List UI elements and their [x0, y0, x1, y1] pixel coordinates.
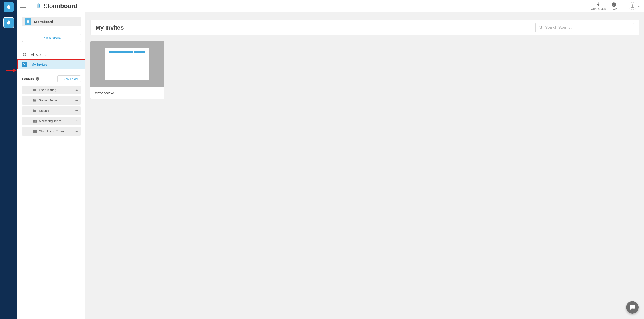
storm-card-title: Retrospective	[90, 87, 164, 99]
folder-name: User Testing	[39, 88, 72, 92]
search-input[interactable]	[545, 25, 631, 30]
whats-new-button[interactable]: WHAT'S NEW	[591, 2, 606, 10]
annotation-arrow	[6, 69, 16, 72]
plus-icon: +	[60, 77, 62, 81]
storm-thumbnail	[90, 41, 164, 87]
drag-handle-icon[interactable]: ⋮⋮	[24, 88, 30, 92]
avatar	[629, 2, 636, 10]
content-header: My Invites	[90, 20, 639, 35]
workspace-avatar	[24, 18, 31, 25]
drag-handle-icon[interactable]: ⋮⋮	[24, 119, 30, 123]
folder-item[interactable]: ⋮⋮Design•••	[22, 106, 81, 115]
topbar: Stormboard WHAT'S NEW ? HELP ⌄	[18, 0, 644, 12]
svg-rect-3	[23, 53, 24, 55]
folder-name: Marketing Team	[39, 119, 72, 123]
nav-my-invites-label: My Invites	[31, 63, 48, 66]
folders-header: Folders ? + New Folder	[18, 76, 85, 82]
svg-point-8	[34, 121, 34, 121]
svg-point-2	[632, 5, 633, 6]
rail-separator	[4, 15, 13, 15]
sidebar-divider	[22, 30, 81, 30]
storm-card[interactable]: Retrospective	[90, 41, 164, 99]
folder-item[interactable]: ⋮⋮User Testing•••	[22, 86, 81, 94]
folder-item[interactable]: ⋮⋮Stormboard Team•••	[22, 127, 81, 136]
svg-point-11	[34, 131, 34, 132]
rail-home-tile[interactable]	[4, 2, 14, 12]
svg-point-12	[35, 131, 36, 132]
person-icon	[630, 4, 634, 9]
folders-title: Folders	[22, 77, 34, 81]
svg-rect-5	[23, 55, 24, 56]
svg-rect-4	[24, 53, 26, 55]
drag-handle-icon[interactable]: ⋮⋮	[24, 99, 30, 102]
folder-item[interactable]: ⋮⋮Marketing Team•••	[22, 117, 81, 125]
team-icon	[33, 130, 37, 133]
join-storm-button[interactable]: Join a Storm	[22, 34, 81, 42]
folder-icon	[33, 89, 37, 92]
folder-icon	[33, 99, 37, 102]
menu-toggle-icon[interactable]	[20, 3, 26, 9]
search-field[interactable]	[536, 23, 634, 33]
stormboard-logo-icon	[6, 20, 12, 26]
nav-all-storms-label: All Storms	[31, 53, 46, 57]
stormboard-logo-icon	[35, 3, 42, 9]
new-folder-label: New Folder	[64, 77, 78, 81]
topbar-divider	[623, 2, 623, 10]
help-label: HELP	[611, 8, 617, 10]
search-icon	[538, 25, 543, 30]
folder-item[interactable]: ⋮⋮Social Media•••	[22, 96, 81, 105]
nav-my-invites[interactable]: My Invites	[18, 59, 85, 69]
folder-name: Social Media	[39, 99, 72, 102]
drag-handle-icon[interactable]: ⋮⋮	[24, 130, 30, 133]
cards-grid: Retrospective	[90, 41, 639, 99]
help-icon: ?	[611, 2, 616, 8]
stormboard-logo-icon	[26, 20, 30, 24]
svg-line-14	[541, 28, 542, 29]
grid-icon	[22, 52, 27, 57]
drag-handle-icon[interactable]: ⋮⋮	[24, 109, 30, 112]
brand-logo[interactable]: Stormboard	[35, 3, 78, 10]
folder-more-icon[interactable]: •••	[74, 119, 78, 123]
folder-more-icon[interactable]: •••	[74, 109, 78, 112]
svg-text:?: ?	[613, 3, 615, 7]
folder-icon	[33, 109, 37, 112]
brand-text: Stormboard	[44, 3, 78, 10]
whats-new-label: WHAT'S NEW	[591, 8, 606, 10]
page-title: My Invites	[96, 24, 124, 31]
rail-workspace-tile[interactable]	[4, 18, 14, 28]
mail-icon	[22, 62, 27, 67]
lightning-icon	[596, 2, 601, 8]
main-content: My Invites Retrospective	[86, 12, 644, 319]
svg-rect-6	[24, 55, 26, 56]
folder-more-icon[interactable]: •••	[74, 88, 78, 92]
folder-name: Stormboard Team	[39, 130, 72, 133]
help-button[interactable]: ? HELP	[611, 2, 617, 10]
sidebar-nav: All Storms My Invites	[18, 50, 85, 69]
chat-icon	[629, 304, 636, 310]
chat-fab[interactable]	[626, 301, 639, 314]
account-menu[interactable]: ⌄	[629, 2, 640, 10]
sidebar: Stormboard Join a Storm All Storms	[18, 12, 86, 319]
chevron-down-icon: ⌄	[638, 5, 640, 8]
team-icon	[33, 119, 37, 123]
svg-point-9	[35, 121, 36, 121]
workspace-selector[interactable]: Stormboard	[22, 17, 81, 27]
folder-more-icon[interactable]: •••	[74, 130, 78, 133]
folder-list: ⋮⋮User Testing•••⋮⋮Social Media•••⋮⋮Desi…	[18, 86, 85, 136]
app-rail	[0, 0, 18, 319]
folder-more-icon[interactable]: •••	[74, 99, 78, 102]
nav-all-storms[interactable]: All Storms	[18, 50, 85, 59]
svg-point-13	[539, 26, 542, 29]
workspace-name: Stormboard	[34, 20, 53, 24]
new-folder-button[interactable]: + New Folder	[57, 76, 81, 82]
folders-help-icon[interactable]: ?	[36, 77, 40, 81]
folder-name: Design	[39, 109, 72, 112]
stormboard-logo-icon	[6, 4, 12, 10]
